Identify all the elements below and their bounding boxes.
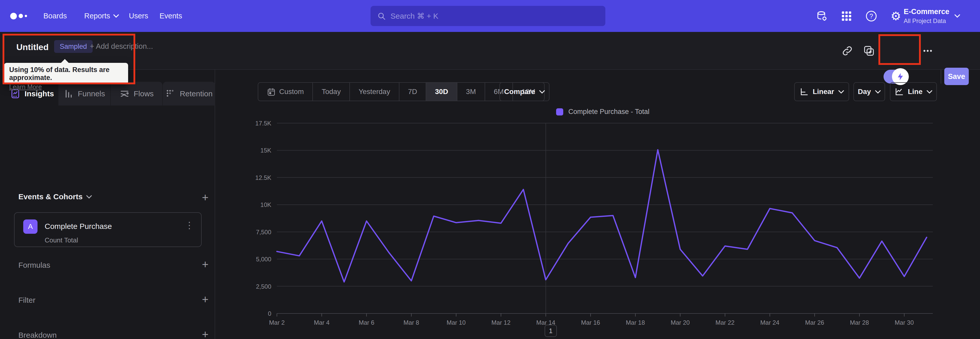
section-breakdown[interactable]: Breakdown bbox=[18, 331, 57, 339]
granularity-dropdown[interactable]: Day bbox=[853, 82, 885, 101]
chevron-down-icon bbox=[838, 90, 844, 93]
event-letter-badge: A bbox=[23, 219, 38, 234]
range-yesterday[interactable]: Yesterday bbox=[350, 83, 399, 101]
tab-retention[interactable]: Retention bbox=[163, 82, 215, 106]
mixpanel-logo-icon[interactable] bbox=[10, 0, 27, 32]
event-card[interactable]: A Complete Purchase Count Total ⋮ bbox=[14, 212, 202, 247]
logo-dot-medium bbox=[19, 14, 23, 18]
learn-more-link[interactable]: Learn More bbox=[9, 83, 42, 91]
more-options-icon[interactable] bbox=[919, 32, 937, 70]
svg-text:17.5K: 17.5K bbox=[255, 120, 271, 127]
svg-text:Mar 6: Mar 6 bbox=[359, 319, 374, 326]
range-3m[interactable]: 3M bbox=[457, 83, 485, 101]
svg-text:15K: 15K bbox=[260, 147, 271, 154]
chevron-down-icon bbox=[113, 14, 119, 18]
add-breakdown-button[interactable]: + bbox=[200, 329, 211, 339]
add-description-field[interactable]: + Add description... bbox=[90, 42, 153, 51]
page-indicator[interactable]: 1 bbox=[545, 325, 557, 337]
event-name[interactable]: Complete Purchase bbox=[45, 222, 112, 231]
compare-button[interactable]: Compare bbox=[500, 82, 549, 101]
nav-users[interactable]: Users bbox=[129, 0, 148, 32]
lightning-bolt-icon bbox=[896, 72, 905, 81]
svg-text:Mar 28: Mar 28 bbox=[850, 319, 869, 326]
svg-text:Mar 18: Mar 18 bbox=[626, 319, 645, 326]
sampling-tooltip: Using 10% of data. Results are approxima… bbox=[4, 63, 128, 84]
save-button[interactable]: Save bbox=[944, 68, 969, 85]
svg-text:5,000: 5,000 bbox=[256, 256, 271, 262]
svg-text:Mar 22: Mar 22 bbox=[716, 319, 735, 326]
svg-text:10K: 10K bbox=[260, 201, 271, 208]
add-to-board-icon[interactable] bbox=[860, 32, 878, 70]
search-input[interactable]: Search ⌘ + K bbox=[371, 6, 605, 26]
sampling-toggle[interactable] bbox=[883, 70, 908, 83]
svg-text:Mar 4: Mar 4 bbox=[314, 319, 329, 326]
svg-text:Mar 16: Mar 16 bbox=[581, 319, 600, 326]
chart-type-dropdown[interactable]: Line bbox=[890, 82, 937, 101]
svg-text:Mar 10: Mar 10 bbox=[447, 319, 466, 326]
search-placeholder: Search ⌘ + K bbox=[390, 11, 438, 21]
scale-dropdown[interactable]: Linear bbox=[794, 82, 849, 101]
retention-icon bbox=[165, 89, 176, 99]
svg-text:12.5K: 12.5K bbox=[255, 174, 271, 181]
query-sidebar: Events & Cohorts + A Complete Purchase C… bbox=[0, 70, 215, 339]
line-chart-icon bbox=[894, 87, 904, 96]
event-metric[interactable]: Count Total bbox=[45, 236, 78, 244]
nav-boards[interactable]: Boards bbox=[43, 0, 67, 32]
svg-text:Mar 30: Mar 30 bbox=[895, 319, 914, 326]
svg-text:Mar 8: Mar 8 bbox=[404, 319, 419, 326]
add-formula-button[interactable]: + bbox=[200, 259, 211, 270]
chevron-down-icon bbox=[86, 195, 92, 198]
top-nav: Boards Reports Users Events Search ⌘ + K… bbox=[0, 0, 980, 32]
data-management-icon[interactable] bbox=[814, 0, 829, 32]
svg-text:7,500: 7,500 bbox=[256, 229, 271, 235]
report-title[interactable]: Untitled bbox=[16, 42, 49, 52]
search-icon bbox=[377, 12, 386, 21]
report-title-bar: Untitled Sampled + Add description... Sa… bbox=[0, 32, 980, 70]
logo-dot-large bbox=[10, 13, 17, 19]
project-selector[interactable]: E-Commerce All Project Data bbox=[904, 0, 960, 32]
tooltip-text: Using 10% of data. Results are approxima… bbox=[9, 66, 123, 82]
project-name: E-Commerce bbox=[904, 7, 950, 16]
apps-grid-icon[interactable] bbox=[839, 0, 854, 32]
svg-text:0: 0 bbox=[268, 310, 271, 317]
svg-text:?: ? bbox=[870, 12, 873, 19]
settings-gear-icon[interactable]: ⚙ bbox=[888, 0, 904, 32]
svg-text:Mar 12: Mar 12 bbox=[492, 319, 511, 326]
range-today[interactable]: Today bbox=[313, 83, 350, 101]
range-7d[interactable]: 7D bbox=[399, 83, 426, 101]
tooltip-arrow bbox=[61, 59, 69, 63]
section-filter[interactable]: Filter bbox=[18, 296, 35, 304]
chevron-down-icon bbox=[955, 14, 960, 18]
copy-link-icon[interactable] bbox=[838, 32, 856, 70]
range-30d[interactable]: 30D bbox=[426, 83, 457, 101]
add-event-button[interactable]: + bbox=[200, 192, 211, 204]
svg-text:Mar 20: Mar 20 bbox=[671, 319, 690, 326]
line-chart[interactable]: 02,5005,0007,50010K12.5K15K17.5KMar 2Mar… bbox=[255, 110, 944, 335]
logo-dot-small bbox=[25, 15, 27, 17]
svg-text:Mar 26: Mar 26 bbox=[805, 319, 824, 326]
chevron-down-icon bbox=[927, 90, 932, 93]
calendar-icon bbox=[267, 87, 275, 96]
help-icon[interactable]: ? bbox=[864, 0, 879, 32]
svg-text:Mar 24: Mar 24 bbox=[760, 319, 780, 326]
nav-events[interactable]: Events bbox=[159, 0, 182, 32]
event-options-kebab-icon[interactable]: ⋮ bbox=[185, 220, 194, 231]
add-filter-button[interactable]: + bbox=[200, 294, 211, 305]
linear-axis-icon bbox=[799, 87, 808, 96]
chevron-down-icon bbox=[875, 90, 881, 93]
sampled-badge[interactable]: Sampled bbox=[54, 40, 93, 53]
range-custom[interactable]: Custom bbox=[258, 83, 313, 101]
project-scope: All Project Data bbox=[904, 18, 950, 24]
section-formulas[interactable]: Formulas bbox=[18, 261, 50, 270]
svg-text:2,500: 2,500 bbox=[256, 283, 271, 290]
events-cohorts-header[interactable]: Events & Cohorts bbox=[18, 192, 92, 201]
chevron-down-icon bbox=[539, 90, 545, 93]
svg-text:Mar 2: Mar 2 bbox=[269, 319, 285, 326]
nav-reports[interactable]: Reports bbox=[84, 0, 119, 32]
divider bbox=[941, 70, 941, 83]
